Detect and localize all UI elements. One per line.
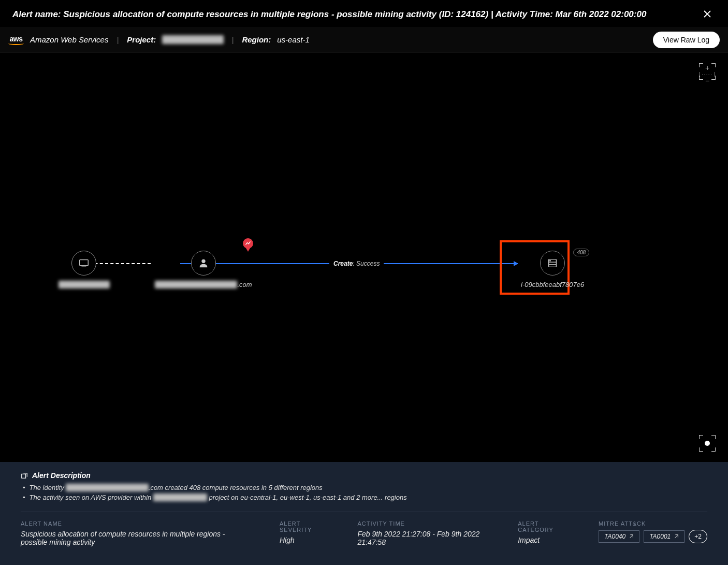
region-value: us-east-1 [277,35,310,44]
target-icon [705,441,710,446]
category-label: ALERT CATEGORY [518,520,567,533]
resource-id: i-09cbbfeeabf7807e6 [521,281,584,288]
zoom-controls: + ····· − [699,63,716,80]
node-resource[interactable]: 408 i-09cbbfeeabf7807e6 [521,251,584,288]
zoom-scale-icon: ····· [700,72,715,77]
activity-time-label: ACTIVITY TIME [357,520,487,527]
category-value: Impact [518,536,567,544]
alert-name-value: Suspicious allocation of compute resourc… [21,530,249,546]
alert-name-label: ALERT NAME [21,520,249,527]
details-panel: Alert Description The identity █████████… [0,462,728,565]
alert-title: Alert name: Suspicious allocation of com… [12,9,646,20]
context-bar: aws Amazon Web Services | Project: █████… [0,27,728,53]
svg-rect-0 [80,260,89,266]
zoom-in-button[interactable]: + [705,64,709,71]
divider [21,512,707,512]
provider-name: Amazon Web Services [30,35,108,44]
close-button[interactable] [699,7,716,22]
recenter-button[interactable] [699,435,716,452]
description-list: The identity ████████████████.com create… [23,483,707,502]
severity-value: High [280,536,326,544]
region-label: Region: [242,35,271,44]
severity-label: ALERT SEVERITY [280,520,326,533]
edge-label: Create: Success [329,259,384,268]
user-icon [198,257,209,269]
mitre-more-button[interactable]: +2 [689,530,707,543]
description-item: The activity seen on AWS provider within… [23,492,707,502]
svg-rect-7 [22,474,26,478]
view-raw-log-button[interactable]: View Raw Log [653,32,720,48]
popup-icon [21,472,28,479]
server-list-icon [547,257,558,269]
external-link-icon [629,534,634,539]
project-label: Project: [127,35,156,44]
description-header: Alert Description [21,471,707,480]
mitre-tag[interactable]: TA0040 [599,530,639,543]
project-value: ██████████ [162,35,223,44]
monitor-icon [78,257,90,269]
metadata-row: ALERT NAME Suspicious allocation of comp… [21,520,707,546]
activity-time-value: Feb 9th 2022 21:27:08 - Feb 9th 2022 21:… [357,530,487,546]
alert-header: Alert name: Suspicious allocation of com… [0,2,728,27]
mitre-label: MITRE ATT&CK [599,520,707,527]
graph-canvas[interactable]: + ····· − Create: Success ██-██-██-██ [0,53,728,462]
resource-count-badge: 408 [573,249,589,256]
zoom-out-button[interactable]: − [705,77,709,84]
zoom-frame-icon[interactable]: + ····· − [699,63,716,80]
external-link-icon [674,534,679,539]
mitre-tag[interactable]: TA0001 [644,530,685,543]
alert-badge-icon [243,238,253,249]
aws-logo-icon: aws [8,35,24,45]
svg-point-6 [550,260,550,261]
svg-point-2 [201,259,205,263]
node-source-host[interactable]: ██-██-██-██ [59,251,110,288]
description-item: The identity ████████████████.com create… [23,483,707,492]
node-identity[interactable]: ████████████████.com [155,251,252,288]
